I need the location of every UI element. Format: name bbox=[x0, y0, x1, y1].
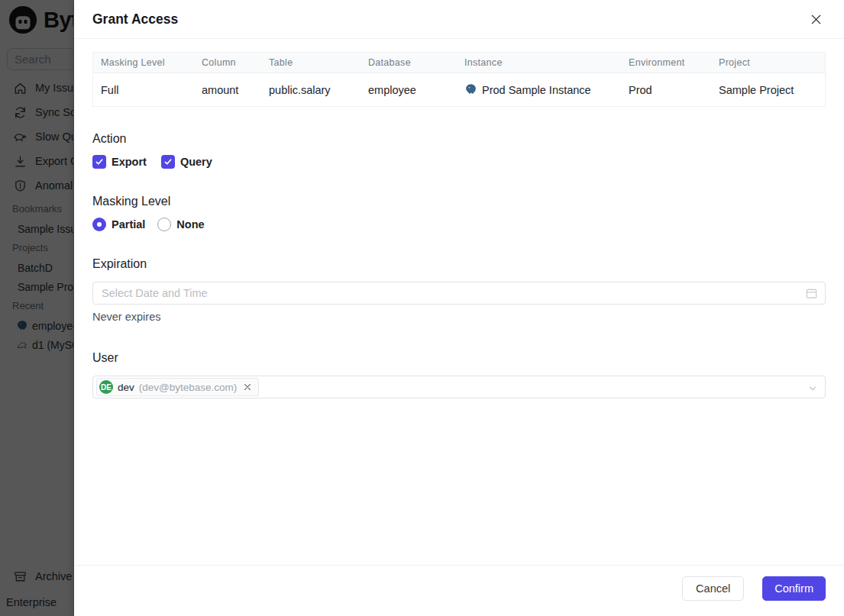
user-email: (dev@bytebase.com) bbox=[139, 382, 238, 393]
resource-table: Masking Level Column Table Database Inst… bbox=[92, 52, 826, 107]
grant-access-modal: Grant Access Masking Level Column Table … bbox=[74, 0, 844, 616]
checkbox-checked-icon bbox=[92, 155, 106, 169]
cell-table: public.salary bbox=[261, 84, 361, 96]
cell-masking-level: Full bbox=[93, 84, 194, 96]
export-checkbox[interactable]: Export bbox=[92, 155, 147, 169]
radio-unselected-icon bbox=[157, 218, 171, 231]
remove-user-icon[interactable] bbox=[243, 382, 252, 392]
table-header-row: Masking Level Column Table Database Inst… bbox=[93, 53, 825, 73]
action-options: Export Query bbox=[92, 154, 826, 169]
user-heading: User bbox=[92, 351, 826, 365]
column-header: Column bbox=[194, 57, 261, 68]
column-header: Database bbox=[361, 57, 457, 68]
column-header: Table bbox=[261, 57, 361, 68]
column-header: Masking Level bbox=[93, 57, 194, 68]
radio-label: Partial bbox=[112, 218, 145, 231]
radio-selected-icon bbox=[92, 218, 106, 231]
expiration-date-picker[interactable] bbox=[92, 282, 826, 305]
radio-label: None bbox=[176, 218, 204, 231]
cancel-button[interactable]: Cancel bbox=[682, 576, 744, 601]
modal-header: Grant Access bbox=[74, 0, 844, 39]
cell-instance: Prod Sample Instance bbox=[457, 83, 621, 96]
column-header: Instance bbox=[457, 57, 621, 68]
checkbox-label: Export bbox=[112, 156, 147, 168]
cell-column: amount bbox=[194, 84, 261, 96]
expiration-heading: Expiration bbox=[92, 257, 826, 271]
checkbox-label: Query bbox=[180, 156, 212, 168]
modal-title: Grant Access bbox=[92, 11, 178, 27]
expiration-helper-text: Never expires bbox=[92, 311, 826, 323]
user-select[interactable]: DE dev (dev@bytebase.com) bbox=[92, 376, 826, 398]
user-tag: DE dev (dev@bytebase.com) bbox=[96, 378, 259, 396]
modal-body: Masking Level Column Table Database Inst… bbox=[74, 39, 844, 398]
modal-footer: Cancel Confirm bbox=[74, 565, 844, 616]
partial-radio[interactable]: Partial bbox=[92, 218, 145, 231]
avatar: DE bbox=[99, 380, 113, 394]
user-name: dev bbox=[118, 382, 134, 393]
column-header: Project bbox=[711, 57, 825, 68]
none-radio[interactable]: None bbox=[157, 218, 204, 231]
masking-level-heading: Masking Level bbox=[92, 195, 826, 208]
calendar-icon[interactable] bbox=[806, 288, 817, 299]
modal-backdrop[interactable] bbox=[0, 0, 74, 616]
action-heading: Action bbox=[92, 132, 826, 146]
checkbox-checked-icon bbox=[161, 155, 175, 169]
column-header: Environment bbox=[621, 57, 711, 68]
close-icon bbox=[810, 13, 823, 26]
postgresql-icon bbox=[464, 83, 477, 96]
table-row: Full amount public.salary employee Prod … bbox=[93, 73, 825, 106]
chevron-down-icon bbox=[807, 383, 818, 394]
cell-database: employee bbox=[361, 84, 457, 96]
masking-level-options: Partial None bbox=[92, 217, 826, 232]
expiration-input[interactable] bbox=[93, 282, 825, 304]
query-checkbox[interactable]: Query bbox=[161, 155, 212, 169]
cell-environment: Prod bbox=[621, 84, 711, 96]
cell-project: Sample Project bbox=[711, 84, 825, 96]
instance-name: Prod Sample Instance bbox=[482, 84, 591, 96]
confirm-button[interactable]: Confirm bbox=[762, 576, 826, 601]
close-button[interactable] bbox=[806, 9, 826, 29]
